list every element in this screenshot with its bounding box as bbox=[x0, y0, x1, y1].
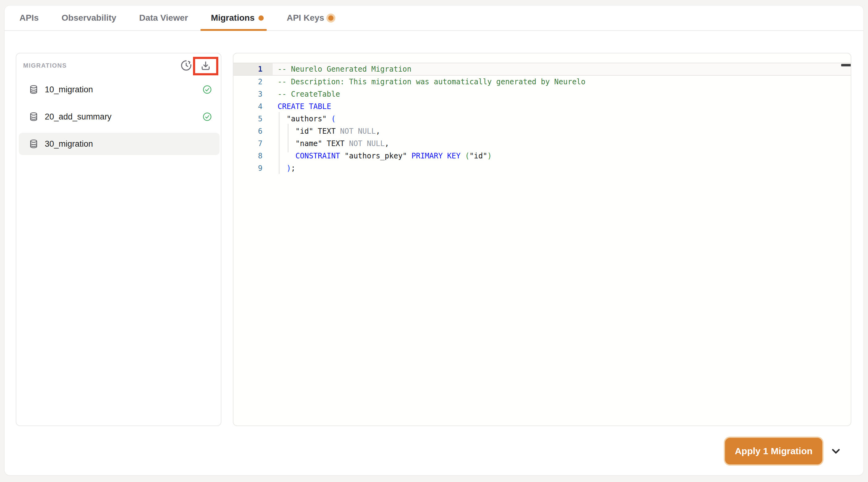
line-number: 1 bbox=[234, 63, 273, 75]
database-icon bbox=[29, 85, 39, 95]
applied-check-icon bbox=[202, 85, 212, 95]
migration-item-20-add-summary[interactable]: 20_add_summary bbox=[19, 106, 220, 128]
database-icon bbox=[29, 139, 39, 149]
tab-apis[interactable]: APIs bbox=[20, 6, 39, 30]
code-token: ; bbox=[291, 164, 295, 172]
main-card: APIs Observability Data Viewer Migration… bbox=[4, 5, 864, 476]
tab-data-viewer-label: Data Viewer bbox=[139, 13, 188, 23]
migrations-panel-title: MIGRATIONS bbox=[23, 62, 67, 69]
tab-api-keys[interactable]: API Keys bbox=[286, 6, 333, 30]
code-token: "id" bbox=[469, 152, 487, 160]
apply-migration-button[interactable]: Apply 1 Migration bbox=[725, 438, 822, 464]
line-number: 7 bbox=[234, 137, 273, 150]
line-number: 8 bbox=[234, 150, 273, 162]
code-editor[interactable]: 1 -- Neurelo Generated Migration 2 -- De… bbox=[234, 54, 851, 425]
history-button[interactable] bbox=[179, 59, 193, 72]
screen: APIs Observability Data Viewer Migration… bbox=[0, 0, 868, 482]
code-token: NOT NULL bbox=[349, 139, 385, 148]
chevron-down-icon bbox=[829, 444, 843, 458]
code-token: "authors" bbox=[278, 115, 331, 123]
tab-observability[interactable]: Observability bbox=[61, 6, 116, 30]
indent-guide bbox=[288, 124, 288, 152]
line-number: 9 bbox=[234, 162, 273, 174]
code-token: CREATE TABLE bbox=[278, 102, 331, 111]
code-line: 4 CREATE TABLE bbox=[234, 100, 851, 113]
line-number: 3 bbox=[234, 88, 273, 100]
code-line: 8 CONSTRAINT "authors_pkey" PRIMARY KEY … bbox=[234, 150, 851, 162]
active-tab-underline bbox=[200, 29, 267, 31]
tab-migrations-label: Migrations bbox=[211, 13, 255, 23]
code-token: , bbox=[385, 139, 389, 148]
tab-apis-label: APIs bbox=[20, 13, 39, 23]
tab-api-keys-label: API Keys bbox=[286, 13, 324, 23]
code-line: 1 -- Neurelo Generated Migration bbox=[234, 63, 851, 76]
tab-data-viewer[interactable]: Data Viewer bbox=[139, 6, 188, 30]
tab-observability-label: Observability bbox=[61, 13, 116, 23]
code-line: 7 "name" TEXT NOT NULL, bbox=[234, 137, 851, 150]
code-token: PRIMARY KEY bbox=[412, 152, 465, 160]
code-line: 9 ); bbox=[234, 162, 851, 174]
migrations-tab-dot-icon bbox=[258, 15, 264, 21]
code-token: NOT NULL bbox=[340, 127, 376, 135]
code-token: "id" TEXT bbox=[278, 127, 340, 135]
migration-item-label: 10_migration bbox=[45, 85, 202, 95]
line-number: 6 bbox=[234, 125, 273, 137]
api-keys-tab-dot-icon bbox=[328, 15, 334, 21]
code-token: ( bbox=[331, 115, 335, 123]
code-token: ) bbox=[487, 152, 492, 160]
migration-item-30-migration[interactable]: 30_migration bbox=[19, 133, 220, 155]
line-number: 5 bbox=[234, 113, 273, 125]
code-line: 2 -- Description: This migration was aut… bbox=[234, 76, 851, 88]
code-token: , bbox=[376, 127, 380, 135]
code-line: 6 "id" TEXT NOT NULL, bbox=[234, 125, 851, 137]
apply-options-button[interactable] bbox=[827, 443, 844, 460]
code-token: ) bbox=[278, 164, 291, 172]
tab-bar: APIs Observability Data Viewer Migration… bbox=[5, 6, 863, 31]
migration-item-10-migration[interactable]: 10_migration bbox=[19, 78, 220, 101]
migration-item-label: 20_add_summary bbox=[45, 112, 202, 122]
migrations-panel: MIGRATIONS bbox=[16, 53, 221, 426]
line-number: 2 bbox=[234, 76, 273, 88]
code-token: CONSTRAINT bbox=[278, 152, 345, 160]
code-token: -- CreateTable bbox=[278, 90, 340, 98]
migration-code-panel: 1 -- Neurelo Generated Migration 2 -- De… bbox=[233, 53, 851, 426]
code-line: 3 -- CreateTable bbox=[234, 88, 851, 100]
clock-history-icon bbox=[180, 59, 192, 72]
code-token: ( bbox=[465, 152, 469, 160]
applied-check-icon bbox=[202, 112, 212, 122]
annotation-red-box bbox=[193, 57, 218, 75]
code-line: 5 "authors" ( bbox=[234, 113, 851, 125]
code-token: "authors_pkey" bbox=[345, 152, 412, 160]
scrollbar-thumb[interactable] bbox=[841, 64, 851, 66]
tab-migrations[interactable]: Migrations bbox=[211, 6, 264, 30]
indent-guide bbox=[279, 112, 279, 174]
database-icon bbox=[29, 112, 39, 122]
code-token: -- Neurelo Generated Migration bbox=[278, 65, 411, 73]
code-token: -- Description: This migration was autom… bbox=[278, 77, 585, 86]
line-number: 4 bbox=[234, 100, 273, 113]
migration-item-label: 30_migration bbox=[45, 139, 212, 149]
